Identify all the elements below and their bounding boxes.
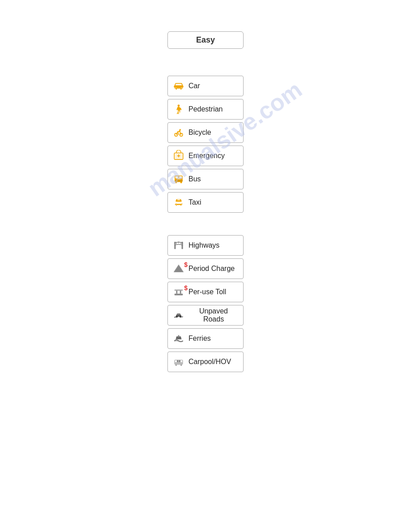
road-section: Highways $ Period Charge [167,235,244,372]
svg-point-31 [180,316,181,317]
svg-rect-9 [176,176,179,179]
carpool-hov-label: Carpool/HOV [188,358,231,366]
carpool-hov-icon [172,356,185,368]
svg-rect-16 [177,200,180,201]
carpool-hov-button[interactable]: Carpool/HOV [167,352,244,372]
highways-icon [172,240,185,251]
pedestrian-label: Pedestrian [188,105,223,113]
svg-point-13 [180,181,182,183]
svg-point-3 [180,129,181,130]
highways-button[interactable]: Highways [167,235,244,256]
taxi-button[interactable]: Taxi [167,192,244,213]
svg-point-0 [178,104,180,107]
transport-section: Car Pedestrian [167,76,244,213]
svg-rect-27 [175,289,183,291]
svg-rect-11 [175,180,183,181]
svg-rect-14 [178,178,180,179]
bicycle-label: Bicycle [188,129,211,137]
svg-rect-26 [180,290,181,293]
car-label: Car [188,82,200,90]
period-charge-label: Period Charge [188,265,235,273]
car-button[interactable]: Car [167,76,244,96]
unpaved-roads-icon [172,309,185,321]
emergency-label: Emergency [188,152,225,160]
ferries-icon [172,333,185,344]
svg-rect-29 [177,313,180,315]
main-container: Easy Car Pedestrian [0,0,411,395]
bicycle-icon [172,127,185,138]
bus-button[interactable]: Bus [167,169,244,189]
taxi-icon [172,197,185,208]
unpaved-roads-button[interactable]: Unpaved Roads [167,305,244,326]
svg-rect-10 [179,176,182,179]
svg-point-38 [180,365,182,366]
easy-button[interactable]: Easy [167,31,244,49]
taxi-label: Taxi [188,198,201,206]
emergency-button[interactable]: Emergency [167,146,244,166]
svg-rect-25 [176,290,177,293]
svg-rect-15 [176,201,182,202]
period-charge-icon: $ [172,263,185,275]
svg-point-30 [176,316,178,317]
svg-point-12 [175,181,177,183]
pedestrian-icon [172,103,185,115]
period-charge-button[interactable]: $ Period Charge [167,258,244,279]
svg-point-37 [176,365,177,366]
ferries-label: Ferries [188,335,211,343]
bus-icon [172,173,185,185]
highways-label: Highways [188,241,219,249]
per-use-toll-icon: $ [172,286,185,298]
pedestrian-button[interactable]: Pedestrian [167,99,244,120]
per-use-toll-label: Per-use Toll [188,288,226,296]
bicycle-button[interactable]: Bicycle [167,122,244,143]
emergency-icon [172,150,185,162]
unpaved-roads-label: Unpaved Roads [188,307,239,323]
car-icon [172,80,185,92]
svg-rect-24 [175,294,183,296]
bus-label: Bus [188,175,201,183]
ferries-button[interactable]: Ferries [167,328,244,349]
per-use-toll-button[interactable]: $ Per-use Toll [167,282,244,302]
